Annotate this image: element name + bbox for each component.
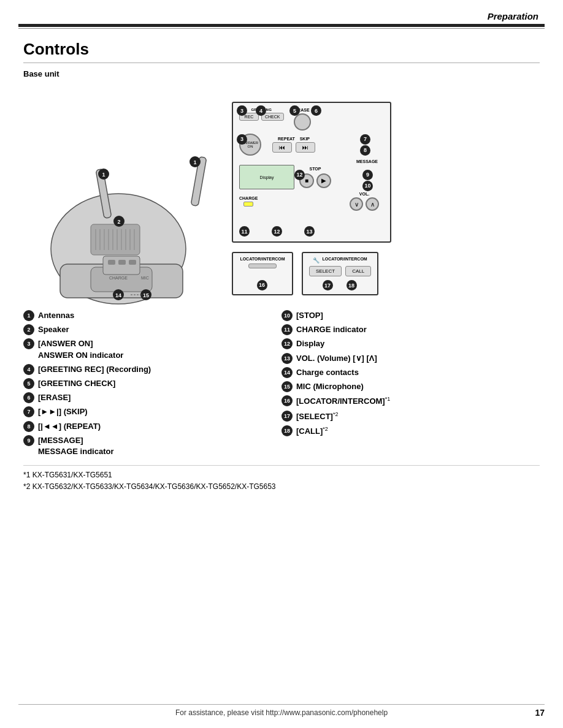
item-number: 3: [23, 338, 34, 349]
item-number: 10: [282, 310, 293, 321]
item-number: 11: [282, 324, 293, 335]
list-item: 2Speaker: [23, 324, 282, 335]
list-item: 5[GREETING CHECK]: [23, 378, 282, 389]
list-item: 17[SELECT]*2: [282, 411, 540, 423]
svg-text:1: 1: [102, 172, 105, 178]
list-item: 4[GREETING REC] (Recording): [23, 364, 282, 375]
page-content: Controls Base unit: [0, 29, 563, 499]
item-label: [LOCATOR/INTERCOM]*1: [296, 395, 390, 408]
item-label: Display: [296, 338, 324, 349]
skip-button[interactable]: ⏭: [296, 142, 315, 153]
vol-down-button[interactable]: ∨: [350, 197, 363, 211]
locator-single-panel: LOCATOR/INTERCOM 16: [232, 252, 293, 295]
footnote-1: *1 KX-TG5631/KX-TG5651: [23, 469, 540, 481]
item-label: [SELECT]*2: [296, 411, 338, 423]
locator-single-title: LOCATOR/INTERCOM: [240, 257, 285, 261]
svg-rect-14: [103, 256, 140, 275]
svg-rect-17: [129, 260, 136, 265]
svg-text:14: 14: [115, 292, 121, 298]
locator-double-panel: 🔧 LOCATOR/INTERCOM SELECT CALL 17 18: [302, 252, 378, 295]
item-label: MIC (Microphone): [296, 381, 364, 392]
item-number: 17: [282, 411, 293, 422]
page-title: Controls: [23, 40, 540, 59]
locator-single-button[interactable]: [248, 264, 277, 268]
svg-rect-15: [108, 260, 115, 265]
list-item: 10[STOP]: [282, 310, 540, 321]
item-number: 8: [23, 421, 34, 432]
page-number: 17: [535, 708, 545, 718]
item-number: 14: [282, 367, 293, 378]
item-label: VOL. (Volume) [∨] [Λ]: [296, 353, 377, 364]
list-item: 16[LOCATOR/INTERCOM]*1: [282, 395, 540, 408]
item-label: [|◄◄] (REPEAT): [38, 421, 101, 432]
footnote-2: *2 KX-TG5632/KX-TG5633/KX-TG5634/KX-TG56…: [23, 481, 540, 493]
diagram-wrapper: 1 2 1 14 15 CHARGE MIC: [23, 83, 540, 304]
item-number: 4: [23, 364, 34, 375]
control-panel: GREETING REC CHECK ERASE 3 4: [232, 102, 391, 243]
item-label: [CALL]*2: [296, 425, 328, 438]
header-line-thick: [18, 24, 545, 27]
svg-rect-16: [118, 260, 126, 265]
item-label: [ANSWER ON]ANSWER ON indicator: [38, 338, 123, 360]
subsection-label: Base unit: [23, 69, 540, 78]
svg-text:2: 2: [117, 219, 120, 225]
right-panels: GREETING REC CHECK ERASE 3 4: [232, 102, 391, 304]
item-label: [MESSAGE]MESSAGE indicator: [38, 435, 114, 457]
list-item: 13VOL. (Volume) [∨] [Λ]: [282, 353, 540, 364]
item-number: 18: [282, 425, 293, 436]
item-label: CHARGE indicator: [296, 324, 367, 335]
item-number: 1: [23, 310, 34, 321]
svg-text:CHARGE: CHARGE: [109, 276, 128, 280]
select-button[interactable]: SELECT: [309, 266, 342, 276]
svg-text:15: 15: [143, 292, 149, 298]
list-item: 15MIC (Microphone): [282, 381, 540, 392]
item-label: Charge contacts: [296, 367, 359, 378]
item-label: [GREETING REC] (Recording): [38, 364, 151, 375]
page-footer: For assistance, please visit http://www.…: [18, 704, 545, 717]
list-item: 3[ANSWER ON]ANSWER ON indicator: [23, 338, 282, 360]
list-item: 12Display: [282, 338, 540, 349]
footer-text: For assistance, please visit http://www.…: [18, 708, 545, 717]
list-item: 11CHARGE indicator: [282, 324, 540, 335]
item-label: [GREETING CHECK]: [38, 378, 115, 389]
items-container: 1Antennas2Speaker3[ANSWER ON]ANSWER ON i…: [23, 310, 540, 460]
item-label: [ERASE]: [38, 392, 71, 403]
item-number: 13: [282, 353, 293, 364]
svg-text:MIC: MIC: [141, 276, 149, 280]
list-item: 9[MESSAGE]MESSAGE indicator: [23, 435, 282, 457]
footnotes: *1 KX-TG5631/KX-TG5651 *2 KX-TG5632/KX-T…: [23, 465, 540, 493]
item-label: [STOP]: [296, 310, 323, 321]
item-number: 16: [282, 395, 293, 406]
repeat-button[interactable]: ⏮: [272, 142, 292, 153]
item-number: 6: [23, 392, 34, 403]
items-right-col: 10[STOP]11CHARGE indicator12Display13VOL…: [282, 310, 540, 460]
svg-rect-3: [91, 224, 140, 255]
list-item: 6[ERASE]: [23, 392, 282, 403]
header: Preparation: [0, 0, 563, 24]
phone-diagram: 1 2 1 14 15 CHARGE MIC: [23, 83, 220, 304]
locator-btn-row: SELECT CALL: [309, 266, 371, 276]
list-item: 14Charge contacts: [282, 367, 540, 378]
item-number: 15: [282, 381, 293, 392]
item-label: Speaker: [38, 324, 69, 335]
locator-double-title: LOCATOR/INTERCOM: [322, 257, 367, 261]
call-button[interactable]: CALL: [345, 266, 371, 276]
vol-up-button[interactable]: ∧: [366, 197, 379, 211]
header-title: Preparation: [488, 11, 538, 21]
play-button[interactable]: ▶: [316, 173, 331, 188]
list-item: 7[►►|] (SKIP): [23, 406, 282, 417]
item-label: Antennas: [38, 310, 74, 321]
svg-text:1: 1: [193, 159, 196, 165]
item-number: 2: [23, 324, 34, 335]
item-number: 5: [23, 378, 34, 389]
item-number: 12: [282, 338, 293, 349]
list-item: 1Antennas: [23, 310, 282, 321]
list-item: 18[CALL]*2: [282, 425, 540, 438]
list-item: 8[|◄◄] (REPEAT): [23, 421, 282, 432]
items-left-col: 1Antennas2Speaker3[ANSWER ON]ANSWER ON i…: [23, 310, 282, 460]
item-number: 9: [23, 435, 34, 446]
erase-button[interactable]: [294, 113, 311, 131]
item-label: [►►|] (SKIP): [38, 406, 88, 417]
section-divider: [23, 63, 540, 63]
item-number: 7: [23, 406, 34, 417]
